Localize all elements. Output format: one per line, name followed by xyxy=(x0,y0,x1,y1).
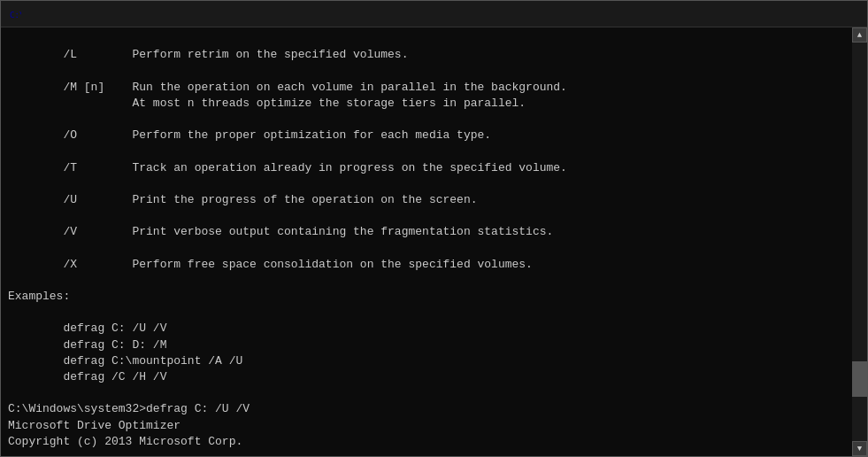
scrollbar-track[interactable] xyxy=(852,43,867,441)
svg-text:C:\: C:\ xyxy=(10,11,21,19)
scrollbar-thumb[interactable] xyxy=(852,361,867,397)
minimize-button[interactable] xyxy=(782,5,807,23)
console-output[interactable]: /L Perform retrim on the specified volum… xyxy=(1,27,852,456)
console-area: /L Perform retrim on the specified volum… xyxy=(1,27,867,456)
scroll-up-button[interactable]: ▲ xyxy=(852,27,867,43)
cmd-icon: C:\ xyxy=(8,7,22,21)
title-bar-controls xyxy=(782,5,860,23)
title-bar-left: C:\ xyxy=(8,7,27,21)
close-button[interactable] xyxy=(835,5,860,23)
scroll-down-button[interactable]: ▼ xyxy=(852,441,867,456)
maximize-button[interactable] xyxy=(809,5,833,23)
window: C:\ /L Perform retrim on the specified v… xyxy=(0,0,868,457)
title-bar: C:\ xyxy=(1,1,867,27)
scrollbar: ▲ ▼ xyxy=(852,27,867,456)
